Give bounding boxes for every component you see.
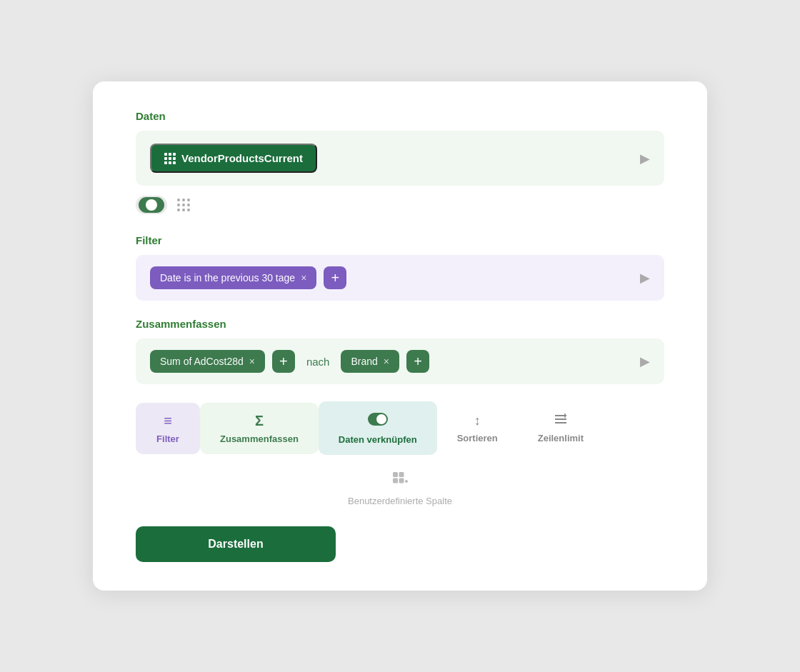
toggle-inner [139, 197, 164, 213]
daten-label: Daten [136, 110, 664, 122]
tab-filter-label: Filter [156, 433, 179, 444]
toggle-circle [146, 199, 157, 211]
tab-zeilenlimit-label: Zeilenlimit [538, 433, 584, 443]
grid-icon [164, 153, 176, 164]
svg-rect-9 [399, 478, 404, 483]
vendor-badge-button[interactable]: VendorProductsCurrent [150, 144, 317, 173]
svg-rect-8 [393, 478, 398, 483]
zusammenfassen-label: Zusammenfassen [136, 318, 664, 330]
daten-verknuepfen-tab-icon [368, 411, 388, 430]
tab-row: ≡ Filter Σ Zusammenfassen Daten verknüpf… [136, 401, 664, 455]
main-card: Daten VendorProductsCurrent ▶ Filter [93, 81, 707, 591]
custom-col-label: Benutzerdefinierte Spalte [348, 496, 452, 506]
daten-box: VendorProductsCurrent ▶ [136, 131, 664, 186]
darstellen-button[interactable]: Darstellen [136, 526, 336, 562]
custom-column[interactable]: Benutzerdefinierte Spalte [136, 471, 664, 506]
zeilenlimit-tab-icon [554, 413, 568, 428]
filter-label: Filter [136, 234, 664, 246]
zusammenfassen-chevron[interactable]: ▶ [640, 353, 650, 369]
tab-zusammenfassen-label: Zusammenfassen [220, 433, 299, 444]
filter-tag-text: Date is in the previous 30 tage [160, 272, 295, 284]
toggle-row [136, 196, 664, 214]
tab-filter[interactable]: ≡ Filter [136, 403, 200, 454]
svg-rect-6 [393, 472, 398, 477]
daten-chevron[interactable]: ▶ [640, 151, 650, 166]
sum-tag-text: Sum of AdCost28d [160, 356, 244, 367]
zusammen-left: Sum of AdCost28d × + nach Brand × + [150, 350, 429, 373]
tab-zusammenfassen[interactable]: Σ Zusammenfassen [200, 403, 319, 454]
filter-box: Date is in the previous 30 tage × + ▶ [136, 255, 664, 301]
zusammenfassen-box: Sum of AdCost28d × + nach Brand × + ▶ [136, 338, 664, 384]
filter-chevron[interactable]: ▶ [640, 270, 650, 286]
toggle-button[interactable] [136, 196, 167, 214]
tab-daten-verknuepfen-label: Daten verknüpfen [339, 434, 417, 445]
filter-add-button[interactable]: + [324, 266, 346, 289]
filter-tag-close[interactable]: × [301, 272, 306, 284]
nach-label: nach [306, 356, 330, 368]
filter-tags: Date is in the previous 30 tage × + [150, 266, 346, 289]
tab-zeilenlimit[interactable]: Zeilenlimit [518, 403, 604, 453]
brand-tag-close[interactable]: × [384, 356, 389, 367]
sum-tag: Sum of AdCost28d × [150, 350, 265, 373]
svg-point-1 [376, 414, 386, 424]
zusammenfassen-tab-icon: Σ [255, 413, 264, 429]
brand-tag-text: Brand [351, 356, 377, 367]
sum-add-button[interactable]: + [272, 350, 295, 373]
tab-sortieren[interactable]: ↕ Sortieren [437, 403, 518, 453]
filter-section: Filter Date is in the previous 30 tage ×… [136, 234, 664, 301]
brand-add-button[interactable]: + [406, 350, 429, 373]
svg-rect-7 [399, 472, 404, 477]
sortieren-tab-icon: ↕ [474, 413, 481, 428]
vendor-badge-label: VendorProductsCurrent [181, 152, 303, 164]
dots-icon[interactable] [177, 199, 190, 211]
brand-tag: Brand × [341, 350, 399, 373]
filter-tab-icon: ≡ [164, 413, 172, 429]
custom-col-icon [391, 471, 409, 491]
sum-tag-close[interactable]: × [249, 356, 255, 367]
tab-sortieren-label: Sortieren [457, 433, 498, 443]
filter-tag: Date is in the previous 30 tage × [150, 266, 316, 289]
tab-daten-verknuepfen[interactable]: Daten verknüpfen [319, 401, 437, 455]
zusammenfassen-section: Zusammenfassen Sum of AdCost28d × + nach… [136, 318, 664, 384]
